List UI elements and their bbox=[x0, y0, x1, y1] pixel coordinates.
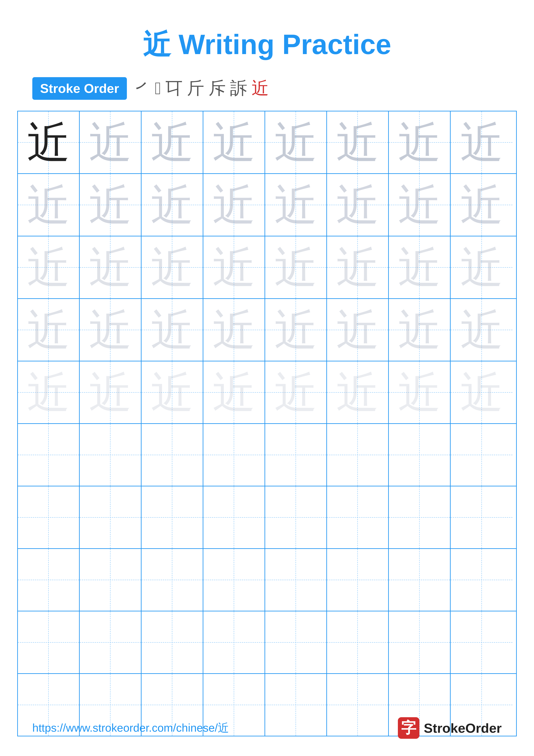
practice-char: 近 bbox=[213, 371, 255, 414]
grid-cell[interactable]: 近 bbox=[203, 236, 265, 298]
grid-cell[interactable] bbox=[141, 549, 203, 611]
practice-char: 近 bbox=[460, 246, 503, 289]
practice-char: 近 bbox=[460, 183, 503, 227]
practice-char: 近 bbox=[460, 371, 503, 414]
practice-char: 近 bbox=[213, 183, 255, 227]
grid-cell[interactable]: 近 bbox=[18, 174, 80, 236]
practice-char: 近 bbox=[336, 121, 379, 164]
grid-cell[interactable] bbox=[265, 549, 327, 611]
practice-char: 近 bbox=[151, 309, 194, 351]
grid-cell[interactable]: 近 bbox=[265, 236, 327, 298]
practice-char: 近 bbox=[398, 371, 441, 414]
grid-cell[interactable] bbox=[80, 549, 141, 611]
grid-cell[interactable] bbox=[203, 549, 265, 611]
grid-row-9 bbox=[18, 611, 516, 674]
grid-cell[interactable]: 近 bbox=[18, 299, 80, 361]
grid-cell[interactable]: 近 bbox=[265, 111, 327, 173]
grid-cell[interactable] bbox=[141, 486, 203, 548]
grid-cell[interactable] bbox=[389, 486, 451, 548]
grid-cell[interactable]: 近 bbox=[80, 299, 141, 361]
grid-cell[interactable]: 近 bbox=[18, 236, 80, 298]
grid-cell[interactable]: 近 bbox=[265, 174, 327, 236]
grid-cell[interactable] bbox=[451, 424, 513, 486]
grid-cell[interactable] bbox=[265, 611, 327, 673]
grid-cell[interactable] bbox=[389, 424, 451, 486]
grid-cell[interactable]: 近 bbox=[389, 236, 451, 298]
grid-cell[interactable]: 近 bbox=[389, 299, 451, 361]
grid-cell[interactable]: 近 bbox=[389, 174, 451, 236]
grid-cell[interactable] bbox=[203, 486, 265, 548]
grid-cell[interactable]: 近 bbox=[141, 111, 203, 173]
grid-cell[interactable]: 近 bbox=[327, 299, 389, 361]
grid-cell[interactable]: 近 bbox=[80, 111, 141, 173]
stroke-4: 斤 bbox=[187, 77, 204, 100]
grid-cell[interactable]: 近 bbox=[203, 111, 265, 173]
grid-cell[interactable] bbox=[18, 486, 80, 548]
grid-cell[interactable] bbox=[327, 486, 389, 548]
grid-cell[interactable]: 近 bbox=[327, 236, 389, 298]
grid-cell[interactable] bbox=[327, 549, 389, 611]
grid-cell[interactable] bbox=[203, 611, 265, 673]
grid-cell[interactable]: 近 bbox=[80, 362, 141, 423]
grid-cell[interactable]: 近 bbox=[327, 174, 389, 236]
grid-cell[interactable] bbox=[141, 611, 203, 673]
grid-cell[interactable] bbox=[265, 424, 327, 486]
grid-cell[interactable]: 近 bbox=[18, 111, 80, 173]
practice-char: 近 bbox=[274, 246, 317, 289]
grid-cell[interactable] bbox=[80, 611, 141, 673]
stroke-order-section: Stroke Order ㇒ 𠄌 㔿 斤 斥 訴 近 bbox=[0, 77, 534, 100]
grid-cell[interactable] bbox=[451, 486, 513, 548]
practice-char: 近 bbox=[151, 121, 194, 164]
grid-cell[interactable]: 近 bbox=[141, 236, 203, 298]
footer: https://www.strokeorder.com/chinese/近 字 … bbox=[0, 717, 534, 739]
grid-cell[interactable] bbox=[451, 611, 513, 673]
grid-cell[interactable] bbox=[265, 486, 327, 548]
logo-text: StrokeOrder bbox=[424, 720, 502, 736]
grid-cell[interactable]: 近 bbox=[451, 236, 513, 298]
grid-cell[interactable]: 近 bbox=[451, 299, 513, 361]
practice-char: 近 bbox=[398, 183, 441, 227]
practice-char: 近 bbox=[398, 246, 441, 289]
grid-cell[interactable] bbox=[18, 424, 80, 486]
grid-cell[interactable]: 近 bbox=[18, 362, 80, 423]
grid-cell[interactable]: 近 bbox=[265, 299, 327, 361]
practice-char: 近 bbox=[274, 309, 317, 351]
grid-cell[interactable]: 近 bbox=[203, 299, 265, 361]
grid-cell[interactable]: 近 bbox=[203, 362, 265, 423]
grid-cell[interactable] bbox=[80, 486, 141, 548]
grid-cell[interactable]: 近 bbox=[80, 236, 141, 298]
grid-cell[interactable]: 近 bbox=[451, 111, 513, 173]
grid-row-1: 近 近 近 近 近 近 近 近 bbox=[18, 111, 516, 174]
grid-cell[interactable]: 近 bbox=[80, 174, 141, 236]
grid-cell[interactable] bbox=[18, 549, 80, 611]
grid-cell[interactable] bbox=[327, 611, 389, 673]
grid-cell[interactable]: 近 bbox=[451, 174, 513, 236]
grid-cell[interactable]: 近 bbox=[389, 362, 451, 423]
grid-cell[interactable] bbox=[18, 611, 80, 673]
practice-char: 近 bbox=[151, 246, 194, 289]
footer-logo: 字 StrokeOrder bbox=[398, 717, 502, 739]
practice-char: 近 bbox=[336, 309, 379, 351]
grid-cell[interactable] bbox=[327, 424, 389, 486]
grid-cell[interactable] bbox=[451, 549, 513, 611]
grid-cell[interactable] bbox=[389, 611, 451, 673]
grid-cell[interactable]: 近 bbox=[141, 362, 203, 423]
grid-cell[interactable] bbox=[80, 424, 141, 486]
stroke-5: 斥 bbox=[209, 77, 226, 100]
grid-cell[interactable]: 近 bbox=[451, 362, 513, 423]
stroke-3: 㔿 bbox=[165, 77, 183, 100]
page-title: 近 Writing Practice bbox=[0, 0, 534, 77]
grid-cell[interactable] bbox=[203, 424, 265, 486]
grid-cell[interactable]: 近 bbox=[265, 362, 327, 423]
grid-cell[interactable] bbox=[141, 424, 203, 486]
practice-char: 近 bbox=[27, 183, 70, 227]
practice-char: 近 bbox=[398, 309, 441, 351]
grid-cell[interactable]: 近 bbox=[327, 362, 389, 423]
grid-cell[interactable]: 近 bbox=[141, 299, 203, 361]
grid-cell[interactable]: 近 bbox=[327, 111, 389, 173]
grid-cell[interactable]: 近 bbox=[141, 174, 203, 236]
grid-cell[interactable]: 近 bbox=[389, 111, 451, 173]
grid-cell[interactable]: 近 bbox=[203, 174, 265, 236]
practice-char: 近 bbox=[213, 309, 255, 351]
grid-cell[interactable] bbox=[389, 549, 451, 611]
